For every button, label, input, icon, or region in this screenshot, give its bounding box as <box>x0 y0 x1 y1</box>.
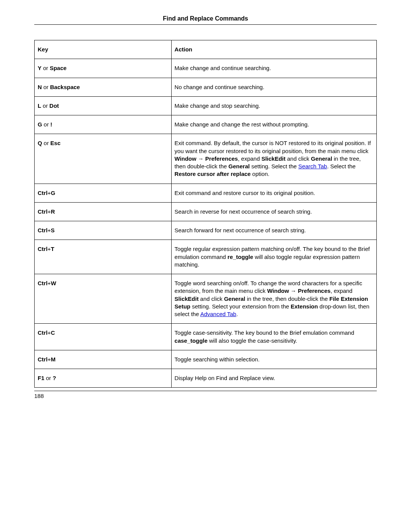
key-cell: Ctrl+T <box>35 240 172 274</box>
key-cell: Q or Esc <box>35 134 172 184</box>
action-cell: Search in reverse for next occurrence of… <box>171 202 376 221</box>
table-row: Ctrl+TToggle regular expression pattern … <box>35 240 377 274</box>
key-cell: G or ! <box>35 115 172 134</box>
action-cell: Toggle searching within selection. <box>171 350 376 369</box>
table-row: Ctrl+MToggle searching within selection. <box>35 350 377 369</box>
link[interactable]: Search Tab <box>298 163 327 169</box>
key-cell: Ctrl+C <box>35 324 172 350</box>
key-cell: Ctrl+S <box>35 221 172 240</box>
table-row: Ctrl+RSearch in reverse for next occurre… <box>35 202 377 221</box>
action-cell: Exit command. By default, the cursor is … <box>171 134 376 184</box>
table-row: F1 or ?Display Help on Find and Replace … <box>35 369 377 388</box>
table-row: Ctrl+SSearch forward for next occurrence… <box>35 221 377 240</box>
action-cell: Make change and continue searching. <box>171 59 376 78</box>
action-cell: Toggle regular expression pattern matchi… <box>171 240 376 274</box>
page-header: Find and Replace Commands <box>34 15 377 25</box>
column-key: Key <box>35 40 172 59</box>
table-row: G or !Make change and change the rest wi… <box>35 115 377 134</box>
key-cell: L or Dot <box>35 96 172 115</box>
key-cell: Ctrl+G <box>35 184 172 202</box>
action-cell: Toggle case-sensitivity. The key bound t… <box>171 324 376 350</box>
action-cell: Exit command and restore cursor to its o… <box>171 184 376 202</box>
action-cell: Search forward for next occurrence of se… <box>171 221 376 240</box>
key-cell: Ctrl+M <box>35 350 172 369</box>
action-cell: Make change and change the rest without … <box>171 115 376 134</box>
commands-table: Key Action Y or SpaceMake change and con… <box>34 40 377 388</box>
key-cell: Y or Space <box>35 59 172 78</box>
action-cell: Toggle word searching on/off. To change … <box>171 274 376 324</box>
key-cell: N or Backspace <box>35 78 172 96</box>
table-row: Ctrl+CToggle case-sensitivity. The key b… <box>35 324 377 350</box>
link[interactable]: Advanced Tab <box>200 311 236 317</box>
key-cell: F1 or ? <box>35 369 172 388</box>
table-row: Ctrl+GExit command and restore cursor to… <box>35 184 377 202</box>
key-cell: Ctrl+W <box>35 274 172 324</box>
page-number: 188 <box>34 391 377 399</box>
key-cell: Ctrl+R <box>35 202 172 221</box>
table-row: Y or SpaceMake change and continue searc… <box>35 59 377 78</box>
action-cell: Display Help on Find and Replace view. <box>171 369 376 388</box>
table-row: Q or EscExit command. By default, the cu… <box>35 134 377 184</box>
action-cell: Make change and stop searching. <box>171 96 376 115</box>
table-row: Ctrl+WToggle word searching on/off. To c… <box>35 274 377 324</box>
action-cell: No change and continue searching. <box>171 78 376 96</box>
column-action: Action <box>171 40 376 59</box>
table-row: N or BackspaceNo change and continue sea… <box>35 78 377 96</box>
table-row: L or DotMake change and stop searching. <box>35 96 377 115</box>
